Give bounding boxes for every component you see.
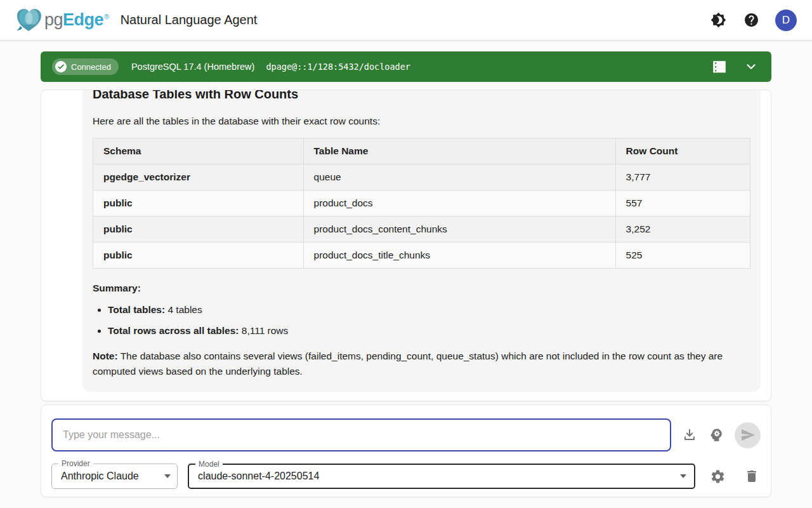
download-icon xyxy=(682,427,697,443)
app-header: pgEdge® Natural Language Agent D xyxy=(0,0,812,41)
help-button[interactable] xyxy=(742,11,760,29)
table-row: pgedge_vectorizerqueue3,777 xyxy=(93,164,750,190)
table-cell: product_docs xyxy=(303,190,615,217)
thinking-mode-button[interactable] xyxy=(705,425,726,446)
clear-chat-button[interactable] xyxy=(743,467,761,485)
col-header-schema: Schema xyxy=(93,138,304,164)
trash-icon xyxy=(744,469,759,484)
server-version-label: PostgreSQL 17.4 (Homebrew) xyxy=(131,62,255,72)
table-cell: public xyxy=(93,243,304,269)
pgedge-logo-text: pgEdge® xyxy=(44,10,109,30)
server-list-icon xyxy=(712,59,727,74)
table-cell: product_docs_content_chunks xyxy=(303,217,615,243)
send-icon xyxy=(740,427,756,443)
gear-icon xyxy=(710,469,726,485)
dark-mode-toggle-button[interactable] xyxy=(709,11,727,29)
model-value: claude-sonnet-4-20250514 xyxy=(198,471,675,482)
dropdown-arrow-icon xyxy=(680,474,686,478)
composer-panel: Provider Anthropic Claude Model claude-s… xyxy=(41,404,771,497)
table-cell: 3,777 xyxy=(615,164,750,190)
model-label: Model xyxy=(195,460,223,469)
db-tables-table: Schema Table Name Row Count pgedge_vecto… xyxy=(93,138,750,269)
table-cell: public xyxy=(93,217,304,243)
message-heading: Database Tables with Row Counts xyxy=(93,90,750,102)
list-item: Total rows across all tables: 8,111 rows xyxy=(108,324,750,337)
connected-badge: Connected xyxy=(52,58,119,75)
summary-heading: Summary: xyxy=(93,283,750,294)
psychology-icon xyxy=(708,427,724,443)
page-title: Natural Language Agent xyxy=(121,13,258,27)
dropdown-arrow-icon xyxy=(164,474,171,478)
col-header-table-name: Table Name xyxy=(303,138,615,164)
table-header-row: Schema Table Name Row Count xyxy=(93,138,750,164)
provider-select[interactable]: Provider Anthropic Claude xyxy=(51,464,178,489)
chevron-down-icon xyxy=(744,60,758,74)
table-row: publicproduct_docs557 xyxy=(93,190,750,217)
table-cell: pgedge_vectorizer xyxy=(93,164,304,190)
table-cell: product_docs_title_chunks xyxy=(303,243,615,269)
user-avatar[interactable]: D xyxy=(775,10,797,31)
list-item: Total tables: 4 tables xyxy=(108,303,750,316)
summary-list: Total tables: 4 tables Total rows across… xyxy=(108,303,750,337)
table-cell: 557 xyxy=(615,190,750,217)
connection-status-bar: Connected PostgreSQL 17.4 (Homebrew) dpa… xyxy=(41,51,771,82)
provider-label: Provider xyxy=(58,459,93,468)
table-row: publicproduct_docs_title_chunks525 xyxy=(93,243,750,269)
brightness-moon-icon xyxy=(710,12,726,28)
connection-list-button[interactable] xyxy=(710,58,728,76)
table-cell: queue xyxy=(303,164,615,190)
col-header-row-count: Row Count xyxy=(615,138,750,164)
table-cell: 525 xyxy=(615,243,750,269)
connection-status-label: Connected xyxy=(71,62,111,72)
chat-history-panel[interactable]: Database Tables with Row Counts Here are… xyxy=(41,90,771,401)
message-note: Note: The database also contains several… xyxy=(93,349,750,379)
pgedge-logo-mark xyxy=(15,7,43,34)
pgedge-logo: pgEdge® xyxy=(15,7,109,34)
model-select[interactable]: Model claude-sonnet-4-20250514 xyxy=(188,464,695,489)
check-circle-icon xyxy=(55,61,67,72)
assistant-message: Database Tables with Row Counts Here are… xyxy=(82,90,761,392)
table-cell: public xyxy=(93,190,304,217)
table-cell: 3,252 xyxy=(615,217,750,243)
provider-value: Anthropic Claude xyxy=(61,471,159,482)
table-row: publicproduct_docs_content_chunks3,252 xyxy=(93,217,750,243)
settings-button[interactable] xyxy=(709,467,726,485)
message-input[interactable] xyxy=(51,418,671,451)
connection-expand-button[interactable] xyxy=(742,58,760,76)
connection-dsn-label: dpage@::1/128:5432/docloader xyxy=(266,62,410,72)
download-chat-button[interactable] xyxy=(679,425,700,446)
help-question-icon xyxy=(743,12,759,28)
message-intro: Here are all the tables in the database … xyxy=(93,114,750,128)
send-button[interactable] xyxy=(735,422,761,448)
